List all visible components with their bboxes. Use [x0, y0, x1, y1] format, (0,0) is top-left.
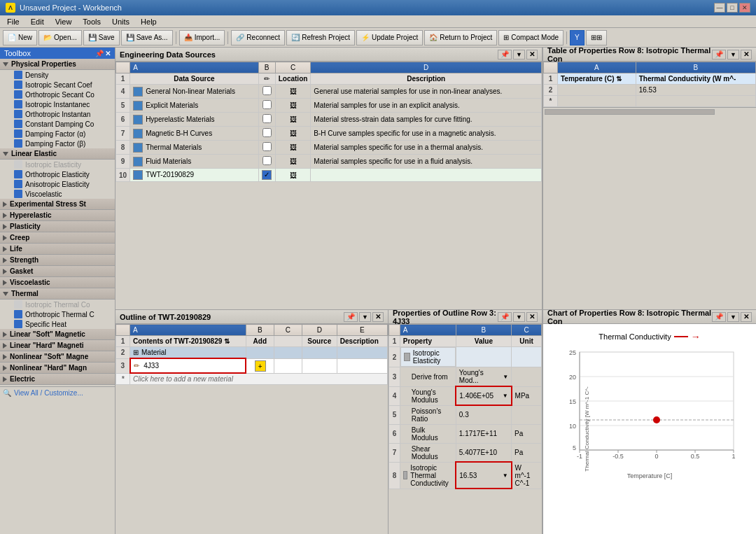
- youngs-modulus-value-cell[interactable]: 1.406E+05 ▼: [456, 386, 511, 405]
- table-row[interactable]: 5 Explicit Materials 🖼 Material samples …: [116, 99, 542, 113]
- compact-mode-button[interactable]: ⊞ Compact Mode: [498, 30, 564, 45]
- row7-b-checkbox[interactable]: [262, 128, 272, 137]
- toolbox-item-orthotropic-instantaneous[interactable]: Orthotropic Instantan: [0, 109, 115, 119]
- refresh-project-button[interactable]: 🔄 Refresh Project: [286, 30, 355, 45]
- toolbox-item-damping-factor-alpha[interactable]: Damping Factor (α): [0, 129, 115, 139]
- table-row[interactable]: 5 Poisson's Ratio 0.3: [389, 405, 542, 424]
- table-row-add[interactable]: * Click here to add a new material: [116, 373, 388, 385]
- toolbox-section-hyperelastic[interactable]: Hyperelastic: [0, 210, 115, 221]
- temp-value-cell[interactable]: [558, 85, 636, 96]
- conductivity-value-cell[interactable]: 16.53: [636, 85, 755, 96]
- add-material-icon[interactable]: +: [255, 360, 266, 372]
- props-close-button[interactable]: ✕: [526, 312, 538, 322]
- toolbox-item-density[interactable]: Density: [0, 70, 115, 80]
- reconnect-button[interactable]: 🔗 Reconnect: [231, 30, 285, 45]
- tbl-props-scrollbar-thumb[interactable]: [545, 109, 715, 115]
- eng-data-close-button[interactable]: ✕: [526, 50, 538, 59]
- props-menu-button[interactable]: ▼: [513, 312, 525, 322]
- tbl-props-scrollbar[interactable]: [543, 107, 756, 115]
- toolbox-item-orthotropic-secant-co[interactable]: Orthotropic Secant Co: [0, 90, 115, 99]
- props-pin-button[interactable]: 📌: [498, 312, 512, 322]
- toolbox-section-life[interactable]: Life: [0, 244, 115, 255]
- toolbox-item-orthotropic-thermal-c[interactable]: Orthotropic Thermal C: [0, 309, 115, 319]
- table-row[interactable]: 6 Bulk Modulus 1.1717E+11 Pa: [389, 424, 542, 443]
- chart-pin-button[interactable]: 📌: [712, 312, 726, 322]
- chart-menu-button[interactable]: ▼: [727, 312, 739, 322]
- menu-view[interactable]: View: [51, 17, 76, 27]
- derive-from-value-cell[interactable]: Young's Mod... ▼: [456, 367, 511, 387]
- tbl-props-pin-button[interactable]: 📌: [712, 50, 726, 59]
- toolbox-item-viscoelastic[interactable]: Viscoelastic: [0, 189, 115, 199]
- table-row[interactable]: 6 Hyperelastic Materials 🖼 Material stre…: [116, 113, 542, 127]
- bulk-modulus-value-cell[interactable]: 1.1717E+11: [456, 424, 511, 443]
- menu-tools[interactable]: Tools: [78, 17, 105, 27]
- row6-b-checkbox[interactable]: [262, 114, 272, 123]
- table-row-selected[interactable]: 3 ✏ 4J33 +: [116, 358, 388, 373]
- add-icon-cell[interactable]: +: [246, 358, 274, 373]
- update-project-button[interactable]: ⚡ Update Project: [356, 30, 423, 45]
- toolbox-item-isotropic-instantaneous[interactable]: Isotropic Instantanec: [0, 99, 115, 109]
- table-row[interactable]: 2 Isotropic Elasticity: [389, 347, 542, 367]
- table-row[interactable]: 10 TWT-20190829 ✓ 🖼: [116, 169, 542, 182]
- outline-pin-button[interactable]: 📌: [344, 312, 358, 322]
- toolbox-section-viscoelastic[interactable]: Viscoelastic: [0, 277, 115, 288]
- outline-close-button[interactable]: ✕: [372, 312, 384, 322]
- table-row[interactable]: 9 Fluid Materials 🖼 Material samples spe…: [116, 155, 542, 169]
- table-row[interactable]: 4 General Non-linear Materials 🖼 General…: [116, 85, 542, 99]
- filter-button-2[interactable]: ⊞⊞: [586, 30, 607, 45]
- table-row[interactable]: 8 Thermal Materials 🖼 Material samples s…: [116, 141, 542, 155]
- table-row[interactable]: 3 Derive from Young's Mod... ▼: [389, 367, 542, 387]
- poissons-ratio-value-cell[interactable]: 0.3: [456, 405, 511, 424]
- chart-close-button[interactable]: ✕: [741, 312, 752, 322]
- maximize-button[interactable]: □: [727, 3, 738, 13]
- toolbox-item-anisotropic-elasticity[interactable]: Anisotropic Elasticity: [0, 179, 115, 189]
- new-button[interactable]: 📄 New: [3, 30, 37, 45]
- toolbox-item-isotropic-elasticity[interactable]: Isotropic Elasticity: [0, 160, 115, 169]
- table-row-add[interactable]: *: [544, 96, 756, 107]
- toolbox-section-exp-stress[interactable]: Experimental Stress St: [0, 199, 115, 210]
- toolbox-section-plasticity[interactable]: Plasticity: [0, 221, 115, 232]
- sort-outline-icon[interactable]: ⇅: [224, 337, 230, 345]
- table-row[interactable]: 2 ⊞Material: [116, 347, 388, 359]
- row8-b-checkbox[interactable]: [262, 142, 272, 151]
- view-all-button[interactable]: 🔍 View All / Customize...: [0, 388, 115, 398]
- toolbox-section-nonlinear-soft-mag[interactable]: Nonlinear "Soft" Magne: [0, 351, 115, 363]
- close-button[interactable]: ✕: [739, 3, 750, 13]
- menu-units[interactable]: Units: [108, 17, 134, 27]
- toolbox-item-isotropic-thermal-co[interactable]: Isotropic Thermal Co: [0, 300, 115, 309]
- open-button[interactable]: 📂 Open...: [38, 30, 82, 45]
- conductivity-add-cell[interactable]: [636, 96, 755, 107]
- toolbox-pin-icon[interactable]: 📌: [95, 50, 104, 57]
- window-controls[interactable]: — □ ✕: [714, 3, 750, 13]
- add-new-material-cell[interactable]: Click here to add a new material: [130, 373, 388, 385]
- eng-data-pin-button[interactable]: 📌: [498, 50, 512, 59]
- isotropic-thermal-cond-dropdown-arrow[interactable]: ▼: [503, 472, 508, 479]
- isotropic-thermal-cond-value-cell[interactable]: 16.53 ▼: [456, 462, 511, 489]
- tbl-props-menu-button[interactable]: ▼: [727, 50, 739, 59]
- table-row[interactable]: 4 Young's Modulus 1.406E+05 ▼ MPa: [389, 386, 542, 405]
- minimize-button[interactable]: —: [714, 3, 725, 13]
- row9-b-checkbox[interactable]: [262, 156, 272, 165]
- toolbox-section-nonlinear-hard-mag[interactable]: Nonlinear "Hard" Magn: [0, 363, 115, 374]
- sort-icon[interactable]: ⇅: [616, 75, 622, 83]
- toolbox-item-specific-heat[interactable]: Specific Heat: [0, 319, 115, 329]
- toolbox-section-gasket[interactable]: Gasket: [0, 266, 115, 277]
- toolbox-section-physical-properties[interactable]: Physical Properties: [0, 59, 115, 70]
- table-row[interactable]: 7 Shear Modulus 5.4077E+10 Pa: [389, 443, 542, 462]
- table-row[interactable]: 8 Isotropic Thermal Conductivity: [389, 462, 542, 489]
- return-to-project-button[interactable]: 🏠 Return to Project: [424, 30, 497, 45]
- table-row[interactable]: 7 Magnetic B-H Curves 🖼 B-H Curve sample…: [116, 127, 542, 141]
- row4-b-checkbox[interactable]: [262, 86, 272, 95]
- tbl-props-close-button[interactable]: ✕: [741, 50, 752, 59]
- filter-button-1[interactable]: Y: [570, 30, 584, 45]
- toolbox-section-creep[interactable]: Creep: [0, 232, 115, 244]
- toolbox-item-damping-factor-beta[interactable]: Damping Factor (β): [0, 139, 115, 148]
- youngs-modulus-dropdown-arrow[interactable]: ▼: [503, 393, 508, 399]
- toolbox-section-linear-soft-mag[interactable]: Linear "Soft" Magnetic: [0, 329, 115, 340]
- save-button[interactable]: 💾 Save: [83, 30, 120, 45]
- eng-data-menu-button[interactable]: ▼: [513, 50, 525, 59]
- toolbox-item-isotropic-secant-coef[interactable]: Isotropic Secant Coef: [0, 80, 115, 90]
- toolbox-item-orthotropic-elasticity[interactable]: Orthotropic Elasticity: [0, 169, 115, 179]
- material-4j33-cell[interactable]: ✏ 4J33: [130, 358, 246, 373]
- table-row[interactable]: 1 Temperature (C) ⇅ Thermal Conductivity…: [544, 73, 756, 85]
